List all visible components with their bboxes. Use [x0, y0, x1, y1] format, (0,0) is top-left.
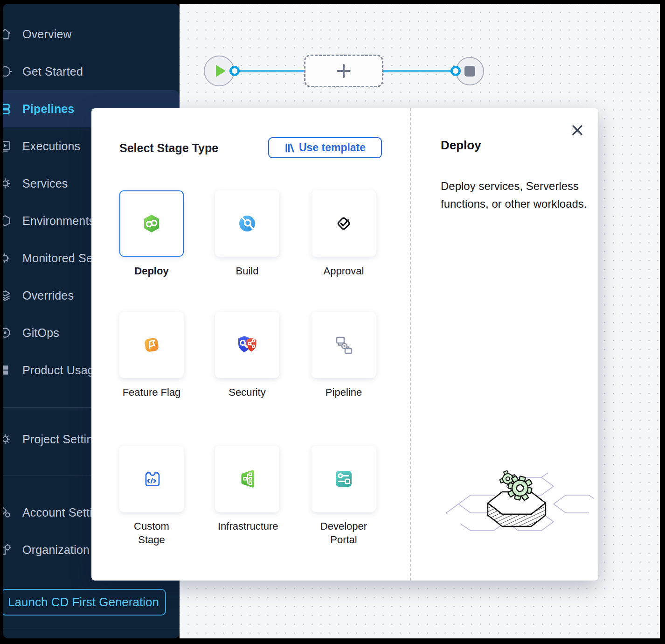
- use-template-label: Use template: [299, 141, 366, 154]
- stage-card-feature-flag[interactable]: [119, 312, 184, 378]
- environments-icon: [3, 213, 15, 229]
- security-icon: [236, 334, 258, 356]
- sidebar-item-label: Organization: [22, 543, 90, 557]
- pipelines-icon: [3, 101, 15, 117]
- stage-cell-security: Security: [215, 312, 279, 378]
- stage-label: Approval: [314, 264, 373, 278]
- stop-icon: [464, 66, 475, 77]
- connector-port-icon[interactable]: [450, 66, 461, 76]
- pipeline-connector-line: [233, 70, 308, 72]
- stage-cell-feature-flag: Feature Flag: [119, 312, 184, 378]
- deploy-icon: [140, 212, 163, 235]
- sidebar-item-label: Overrides: [22, 289, 74, 302]
- gitops-icon: [3, 325, 15, 341]
- stage-cell-pipeline: Pipeline: [312, 312, 376, 378]
- stage-label: Deploy: [122, 264, 181, 278]
- launch-cd-first-generation-button[interactable]: Launch CD First Generation: [3, 589, 166, 616]
- stage-label: Feature Flag: [122, 385, 181, 399]
- stage-card-infrastructure[interactable]: [215, 446, 279, 512]
- pipeline-icon: [332, 334, 355, 356]
- sidebar-item-label: Overview: [22, 28, 72, 41]
- play-icon: [216, 65, 226, 77]
- sidebar-item-overview[interactable]: Overview: [3, 15, 180, 53]
- build-icon: [236, 212, 258, 235]
- modal-title: Select Stage Type: [119, 141, 218, 155]
- stage-label: Pipeline: [314, 385, 373, 399]
- custom-stage-icon: [140, 468, 163, 490]
- sidebar-item-label: Pipelines: [22, 102, 75, 116]
- stage-card-deploy[interactable]: [119, 190, 184, 257]
- account-settings-icon: [3, 504, 15, 520]
- select-stage-type-modal: Select Stage Type Use template DeployBui…: [91, 108, 598, 581]
- stage-detail-description: Deploy services, Serverless functions, o…: [441, 177, 597, 213]
- organization-icon: [3, 542, 15, 558]
- sidebar-item-label: Environments: [22, 214, 95, 228]
- product-usage-icon: [3, 362, 15, 378]
- plus-icon: [337, 64, 351, 78]
- services-gear-icon: [3, 175, 15, 191]
- stage-card-security[interactable]: [215, 312, 279, 378]
- stage-label: Developer Portal: [314, 519, 373, 546]
- stage-type-list-pane: Select Stage Type Use template DeployBui…: [91, 108, 410, 581]
- sidebar-item-label: GitOps: [22, 326, 59, 340]
- sidebar-item-label: Get Started: [22, 65, 83, 78]
- sidebar-item-get-started[interactable]: Get Started: [3, 53, 180, 90]
- stage-card-developer-portal[interactable]: [312, 446, 376, 512]
- connector-port-icon[interactable]: [229, 66, 240, 76]
- stage-cell-custom-stage: Custom Stage: [119, 446, 184, 512]
- stage-cell-build: Build: [215, 190, 279, 257]
- stage-label: Security: [218, 385, 277, 399]
- stage-cell-approval: Approval: [312, 190, 376, 257]
- stage-card-approval[interactable]: [312, 190, 376, 257]
- close-icon[interactable]: [570, 123, 584, 137]
- infrastructure-icon: [236, 468, 258, 490]
- stage-cell-infrastructure: Infrastructure: [215, 446, 279, 512]
- stage-cell-deploy: Deploy: [119, 190, 184, 257]
- home-icon: [3, 26, 15, 42]
- stage-label: Custom Stage: [122, 519, 181, 546]
- add-stage-node[interactable]: [304, 55, 383, 87]
- sidebar-item-label: Product Usage: [22, 364, 101, 377]
- project-settings-icon: [3, 431, 15, 447]
- developer-portal-icon: [332, 468, 355, 490]
- sidebar-bottom-divider: [3, 629, 180, 629]
- approval-icon: [332, 212, 355, 235]
- stage-label: Infrastructure: [218, 519, 277, 533]
- monitored-services-icon: [3, 250, 15, 266]
- get-started-icon: [3, 63, 15, 79]
- stage-card-pipeline[interactable]: [312, 312, 376, 378]
- stage-card-custom-stage[interactable]: [119, 446, 184, 512]
- pipeline-connector-line: [382, 70, 455, 72]
- stage-detail-pane: Deploy Deploy services, Serverless funct…: [410, 108, 598, 581]
- executions-icon: [3, 138, 15, 154]
- template-library-icon: [284, 143, 295, 153]
- overrides-icon: [3, 287, 15, 303]
- stage-label: Build: [218, 264, 277, 278]
- deploy-illustration: [440, 458, 594, 556]
- sidebar-item-label: Executions: [22, 140, 80, 153]
- sidebar-item-label: Services: [22, 177, 68, 190]
- use-template-button[interactable]: Use template: [268, 137, 382, 158]
- stage-cell-developer-portal: Developer Portal: [312, 446, 376, 512]
- stage-detail-title: Deploy: [441, 138, 481, 153]
- stage-card-build[interactable]: [215, 190, 279, 257]
- feature-flag-icon: [140, 334, 163, 356]
